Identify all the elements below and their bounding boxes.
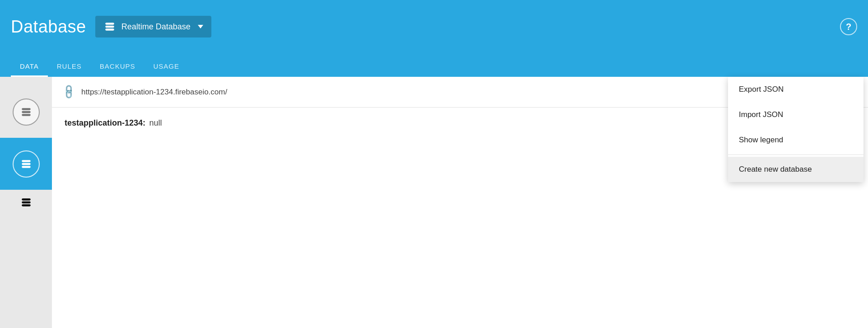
data-key: testapplication-1234: <box>65 118 145 127</box>
data-value: null <box>149 118 162 127</box>
database-icon <box>103 20 116 33</box>
svg-rect-8 <box>22 166 31 168</box>
tab-data[interactable]: DATA <box>11 57 48 77</box>
link-icon: 🔗 <box>61 84 77 100</box>
tab-usage[interactable]: USAGE <box>145 57 189 77</box>
svg-rect-6 <box>22 160 31 162</box>
db-selector-button[interactable]: Realtime Database <box>95 16 211 37</box>
chevron-down-icon <box>198 25 203 28</box>
svg-rect-0 <box>105 23 114 24</box>
svg-rect-7 <box>22 163 31 164</box>
svg-rect-3 <box>22 108 31 110</box>
dropdown-menu: Export JSON Import JSON Show legend Crea… <box>728 77 863 182</box>
header: Database Realtime Database ? DATA RULES … <box>0 0 868 77</box>
sidebar-db-icon-2 <box>13 150 40 178</box>
sidebar-item-3[interactable] <box>0 190 52 217</box>
header-left: Database Realtime Database <box>11 16 211 37</box>
db-selector-label: Realtime Database <box>121 22 191 32</box>
help-button[interactable]: ? <box>840 18 857 35</box>
sidebar-db-icon-1 <box>13 98 40 126</box>
svg-rect-9 <box>22 198 31 200</box>
menu-item-create-new-database[interactable]: Create new database <box>728 157 863 182</box>
help-label: ? <box>846 22 851 32</box>
content-area: 🔗 https://testapplication-1234.firebasei… <box>0 77 868 328</box>
svg-rect-10 <box>22 201 31 203</box>
tab-backups[interactable]: BACKUPS <box>91 57 145 77</box>
tab-rules[interactable]: RULES <box>48 57 91 77</box>
sidebar-item-2[interactable] <box>0 138 52 190</box>
menu-item-show-legend[interactable]: Show legend <box>728 127 863 153</box>
nav-tabs: DATA RULES BACKUPS USAGE <box>0 53 868 77</box>
svg-rect-4 <box>22 111 31 112</box>
menu-item-export-json[interactable]: Export JSON <box>728 77 863 102</box>
svg-rect-2 <box>105 28 114 30</box>
sidebar-db-icon-3 <box>20 197 32 210</box>
svg-rect-11 <box>22 204 31 206</box>
header-top: Database Realtime Database ? <box>0 0 868 53</box>
dropdown-divider <box>728 155 863 155</box>
svg-rect-1 <box>105 26 114 28</box>
sidebar-item-1[interactable] <box>0 86 52 138</box>
page-title: Database <box>11 17 86 37</box>
main-panel: 🔗 https://testapplication-1234.firebasei… <box>52 77 868 328</box>
svg-rect-5 <box>22 114 31 116</box>
database-url: https://testapplication-1234.firebaseio.… <box>81 88 227 97</box>
menu-item-import-json[interactable]: Import JSON <box>728 102 863 127</box>
sidebar <box>0 77 52 328</box>
